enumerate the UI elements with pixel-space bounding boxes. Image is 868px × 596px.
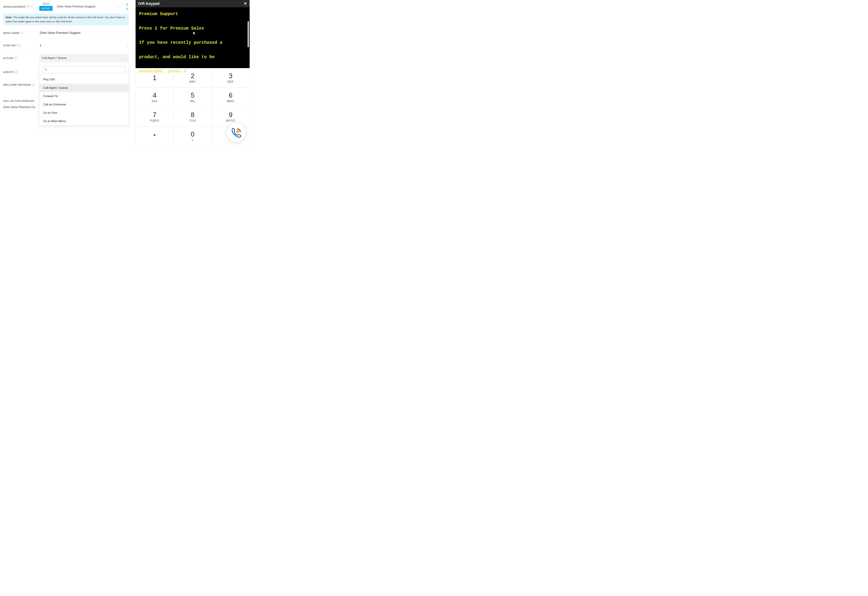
display-line (139, 32, 246, 39)
action-label: ACTION (3, 57, 13, 59)
ivr-keypad-panel: IVR Keypad ✕ Premium Support Press 2 for… (136, 0, 249, 146)
close-icon[interactable]: ✕ (244, 1, 247, 6)
dtmf-select[interactable]: 1 ⌄ (39, 43, 129, 48)
action-select[interactable]: Call Agent / Queue ⌄ (39, 54, 129, 62)
keypad-key[interactable]: * (136, 126, 174, 146)
display-line (139, 61, 246, 68)
announcement-tabs: TEXT AUDIO (39, 3, 53, 11)
keypad-letters: DEF (227, 80, 234, 84)
info-icon[interactable]: i (27, 5, 30, 8)
keypad-digit: 9 (229, 111, 232, 119)
tab-audio[interactable]: AUDIO (39, 6, 53, 11)
announcement-label-text: ANNOUNCEMENT (3, 5, 26, 8)
keypad-letters: GHI (152, 99, 158, 103)
info-icon[interactable]: i (18, 44, 21, 47)
announcement-label: ANNOUNCEMENT i * (3, 5, 39, 8)
play-icon[interactable] (125, 7, 128, 10)
display-line (139, 18, 246, 25)
search-icon (44, 68, 47, 72)
keypad-key[interactable]: 4GHI (136, 87, 174, 107)
keypad-letters: ABC (189, 80, 196, 84)
scrollbar[interactable] (248, 21, 249, 47)
svg-line-3 (46, 70, 47, 71)
dtmf-label: DTMF KEY (3, 44, 17, 47)
announcement-actions (125, 3, 129, 10)
keypad-digit: 6 (229, 92, 232, 99)
menu-name-input[interactable]: Zoho Voice Premium Support (39, 30, 129, 35)
dropdown-search[interactable] (42, 66, 126, 73)
action-row: ACTION i Call Agent / Queue ⌄ Play IVRCa… (3, 52, 129, 64)
announcement-audio-value: Zoho Voice Premium Support (57, 5, 95, 8)
keypad-digit: 8 (191, 111, 195, 119)
note-bold: Note: (6, 16, 12, 19)
action-option[interactable]: Go to Main Menu (40, 117, 128, 126)
keypad-digit: * (153, 133, 156, 140)
chevron-down-icon: ⌄ (117, 5, 119, 8)
action-option[interactable]: Call an Extension (40, 101, 128, 109)
svg-marker-1 (126, 8, 128, 10)
keypad-display: Premium Support Press 2 for Premium Sale… (136, 7, 249, 68)
action-select-wrap: Call Agent / Queue ⌄ Play IVRCall Agent … (39, 54, 129, 62)
keypad-title: IVR Keypad (138, 1, 159, 6)
action-option[interactable]: Forward To (40, 92, 128, 101)
display-line: Press 2 for Premium Sales (139, 25, 246, 32)
svg-point-2 (44, 68, 47, 70)
dtmf-value: 1 (40, 44, 41, 47)
info-icon[interactable]: i (15, 71, 18, 74)
keypad-header: IVR Keypad ✕ (136, 0, 249, 7)
keypad-letters: PQRS (150, 119, 159, 123)
dtmf-row: DTMF KEY i 1 ⌄ (3, 39, 129, 52)
keypad-key[interactable]: 0+ (174, 126, 212, 146)
keypad-key[interactable]: 8TUV (174, 107, 212, 126)
action-dropdown: Play IVRCall Agent / QueueForward ToCall… (39, 64, 129, 126)
display-line: product, and would like to be (139, 53, 246, 61)
announcement-row: ANNOUNCEMENT i * TEXT AUDIO Zoho Voice P… (3, 0, 129, 12)
keypad-key[interactable]: 5JKL (174, 87, 212, 107)
menu-name-row: MENU NAME i Zoho Voice Premium Support (3, 27, 129, 39)
display-line: onboarded, press 3 (139, 68, 246, 75)
dropdown-search-input[interactable] (49, 68, 124, 71)
tab-text[interactable]: TEXT (43, 3, 49, 5)
keypad-letters: TUV (189, 119, 196, 123)
announcement-audio-select[interactable]: Zoho Voice Premium Support ⌄ (56, 4, 120, 9)
keypad-digit: 5 (191, 92, 195, 99)
required-asterisk: * (31, 5, 32, 8)
action-value: Call Agent / Queue (42, 56, 66, 60)
phone-fab[interactable] (227, 123, 246, 142)
display-line: Premium Support (139, 10, 246, 18)
keypad-letters: WXYZ (226, 119, 235, 123)
info-icon[interactable]: i (32, 83, 35, 86)
note-box: Note: The audio file you select here wil… (3, 13, 129, 25)
call-action-handler-label: CALL ACTION HANDLER (3, 99, 34, 102)
keypad-key[interactable]: 7PQRS (136, 107, 174, 126)
keypad-digit: 4 (153, 92, 156, 99)
announcement-value: TEXT AUDIO Zoho Voice Premium Support ⌄ (39, 3, 129, 11)
chevron-down-icon: ⌄ (126, 44, 128, 47)
keypad-letters: + (192, 139, 193, 142)
agents-label: AGENTS (3, 71, 14, 74)
display-line: If you have recently purchased a (139, 39, 246, 46)
keypad-key[interactable]: 6MNO (212, 87, 249, 107)
chevron-down-icon: ⌄ (124, 57, 126, 59)
action-option[interactable]: Go to Prev (40, 109, 128, 117)
keypad-key[interactable]: 9WXYZ (212, 107, 249, 126)
display-line (139, 46, 246, 53)
ivr-config-panel: ANNOUNCEMENT i * TEXT AUDIO Zoho Voice P… (0, 0, 132, 146)
upload-icon[interactable] (125, 3, 129, 6)
info-icon[interactable]: i (14, 57, 17, 59)
info-icon[interactable]: i (21, 31, 24, 34)
keypad-digit: 0 (191, 131, 195, 138)
action-option[interactable]: Play IVR (40, 75, 128, 84)
menu-name-label: MENU NAME (3, 31, 19, 34)
keypad-digit: 1 (153, 74, 156, 81)
action-option[interactable]: Call Agent / Queue (40, 84, 128, 92)
note-text: The audio file you select here will be u… (6, 16, 125, 23)
menu-name-value: Zoho Voice Premium Support (40, 31, 80, 35)
keypad-letters: JKL (190, 99, 195, 103)
keypad-letters: MNO (227, 99, 234, 103)
welcome-label: WELCOME MESSAGE (3, 83, 31, 86)
keypad-digit: 7 (153, 111, 156, 119)
